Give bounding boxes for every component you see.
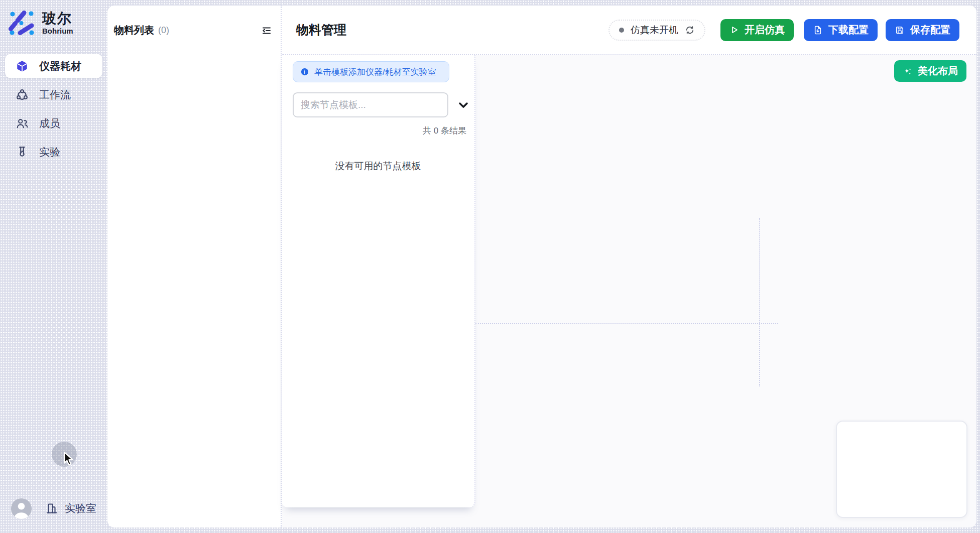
header-actions: 仿真未开机 开启仿真 bbox=[608, 19, 959, 41]
chevron-down-icon[interactable] bbox=[456, 98, 470, 112]
collapse-panel-icon[interactable] bbox=[261, 25, 273, 37]
sidebar-item-label: 仪器耗材 bbox=[39, 59, 81, 73]
download-config-button[interactable]: 下载配置 bbox=[804, 19, 878, 41]
brand[interactable]: 玻尔 Bohrium bbox=[0, 0, 107, 36]
brand-name-zh: 玻尔 bbox=[42, 11, 73, 26]
material-list-header: 物料列表 (0) bbox=[107, 6, 281, 37]
sidebar: 玻尔 Bohrium 仪器耗材 bbox=[0, 0, 107, 533]
sidebar-item-lab[interactable]: 实验室 bbox=[45, 501, 96, 515]
page-title: 物料管理 bbox=[296, 22, 346, 38]
status-dot-icon bbox=[619, 28, 624, 33]
sidebar-item-workflow[interactable]: 工作流 bbox=[5, 82, 102, 107]
search-input[interactable] bbox=[293, 92, 448, 117]
hint-banner: 单击模板添加仪器/耗材至实验室 bbox=[293, 61, 449, 82]
sparkles-icon bbox=[903, 66, 913, 76]
main-section: 物料管理 仿真未开机 bbox=[282, 6, 976, 527]
material-list-title: 物料列表 bbox=[114, 24, 154, 37]
workflow-icon bbox=[16, 88, 29, 101]
sidebar-item-instruments[interactable]: 仪器耗材 bbox=[5, 54, 102, 78]
save-icon bbox=[895, 25, 905, 35]
cube-icon bbox=[16, 60, 29, 73]
user-icon bbox=[11, 498, 32, 519]
sidebar-item-label: 工作流 bbox=[39, 88, 71, 102]
main-container: 物料列表 (0) 物料管理 仿真未 bbox=[107, 6, 976, 527]
save-config-button[interactable]: 保存配置 bbox=[886, 19, 959, 41]
brand-name-en: Bohrium bbox=[42, 27, 73, 35]
file-download-icon bbox=[813, 25, 823, 35]
sidebar-footer: 实验室 bbox=[0, 497, 107, 519]
simulation-status[interactable]: 仿真未开机 bbox=[608, 20, 705, 41]
search-row bbox=[293, 92, 474, 117]
sidebar-item-experiments[interactable]: 实验 bbox=[5, 140, 102, 164]
start-simulation-button[interactable]: 开启仿真 bbox=[720, 19, 794, 41]
info-icon bbox=[300, 67, 309, 76]
experiment-icon bbox=[16, 146, 29, 159]
mouse-cursor bbox=[63, 451, 76, 466]
download-config-label: 下载配置 bbox=[828, 23, 869, 37]
save-config-label: 保存配置 bbox=[910, 23, 950, 37]
play-icon bbox=[729, 25, 739, 35]
beautify-layout-button[interactable]: 美化布局 bbox=[894, 60, 966, 82]
canvas[interactable]: 单击模板添加仪器/耗材至实验室 共 0 条结果 没有可用的节点模板 bbox=[282, 55, 976, 527]
page-header: 物料管理 仿真未开机 bbox=[282, 6, 976, 55]
canvas-guide-vertical bbox=[759, 218, 760, 386]
node-template-palette: 单击模板添加仪器/耗材至实验室 共 0 条结果 没有可用的节点模板 bbox=[282, 55, 475, 507]
result-count: 共 0 条结果 bbox=[282, 125, 466, 137]
hint-text: 单击模板添加仪器/耗材至实验室 bbox=[314, 66, 436, 78]
status-label: 仿真未开机 bbox=[631, 24, 678, 37]
building-icon bbox=[45, 502, 58, 515]
canvas-guide-horizontal bbox=[475, 323, 778, 324]
sidebar-item-members[interactable]: 成员 bbox=[5, 111, 102, 136]
brand-text: 玻尔 Bohrium bbox=[42, 11, 73, 35]
minimap[interactable] bbox=[836, 421, 967, 518]
refresh-icon[interactable] bbox=[685, 25, 695, 35]
sidebar-nav: 仪器耗材 工作流 bbox=[0, 54, 107, 164]
material-list-panel: 物料列表 (0) bbox=[107, 6, 282, 527]
sidebar-item-label: 实验 bbox=[39, 145, 60, 159]
bohrium-logo-icon bbox=[9, 10, 35, 36]
start-simulation-label: 开启仿真 bbox=[745, 23, 785, 37]
empty-state-text: 没有可用的节点模板 bbox=[282, 160, 474, 173]
sidebar-item-label: 成员 bbox=[39, 116, 60, 130]
avatar[interactable] bbox=[11, 498, 32, 519]
lab-label: 实验室 bbox=[65, 501, 96, 515]
material-list-count: (0) bbox=[158, 25, 169, 36]
beautify-layout-label: 美化布局 bbox=[918, 64, 958, 78]
members-icon bbox=[16, 117, 29, 130]
